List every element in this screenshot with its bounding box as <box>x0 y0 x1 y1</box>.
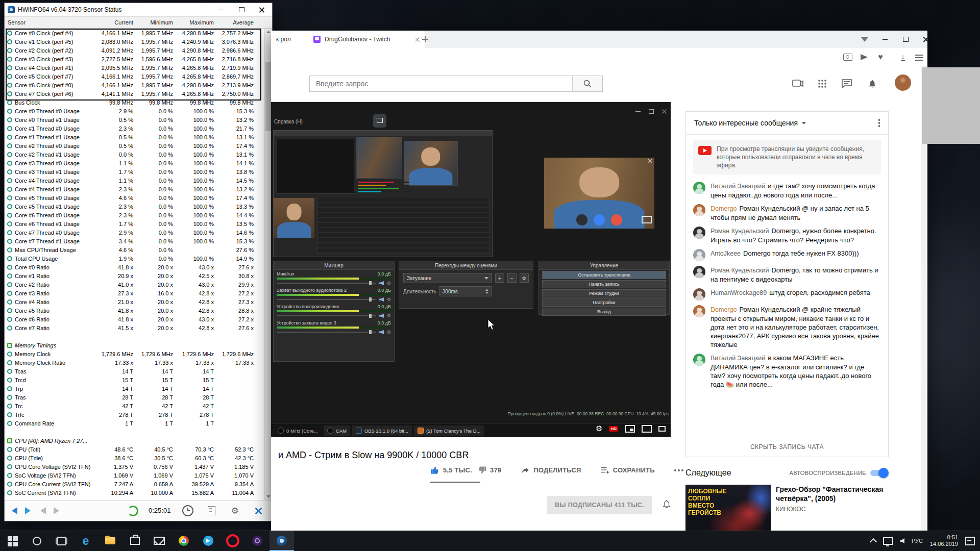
language-indicator[interactable]: РУС <box>912 538 923 544</box>
sensor-row[interactable]: Core #6 Clock (perf #0) 4,166.1 MHz 1,99… <box>5 81 265 89</box>
player-settings-icon[interactable]: ⚙ <box>596 424 602 433</box>
obs-control-button[interactable]: Начать запись <box>542 280 666 288</box>
speaker-icon[interactable] <box>379 330 384 334</box>
sensor-row[interactable] <box>5 332 265 341</box>
sensor-row[interactable]: Command Rate 1 T 1 T 1 T <box>5 419 265 428</box>
chat-message[interactable]: DomergoРоман Кундельский @ крайне тяжелы… <box>693 305 881 349</box>
sensor-row[interactable]: Core #1 Ratio 20.9 x 20.0 x 42.5 x 30.8 … <box>5 271 265 280</box>
subscription-bell-icon[interactable] <box>662 499 671 511</box>
taskbar-store-button[interactable] <box>122 531 147 551</box>
sensor-row[interactable]: Trc 42 T 42 T 42 T <box>5 402 265 410</box>
maximize-button[interactable] <box>895 31 916 48</box>
column-current[interactable]: Current <box>99 19 136 26</box>
sensor-row[interactable]: Trfc 278 T 278 T 278 T <box>5 410 265 419</box>
transition-select[interactable]: Затухание <box>403 273 492 283</box>
history-back-button[interactable] <box>36 504 50 517</box>
sensor-row[interactable]: CPU (Tdie) 38.6 °C 30.5 °C 60.3 °C 42.3 … <box>5 454 265 462</box>
sensor-row[interactable]: Memory Timings <box>5 341 265 349</box>
sensor-row[interactable]: Memory Clock 1,729.6 MHz 1,729.6 MHz 1,7… <box>5 349 265 358</box>
sensor-row[interactable]: Core #5 Clock (perf #7) 4,166.1 MHz 1,99… <box>5 72 265 81</box>
network-icon[interactable] <box>883 537 893 545</box>
sensor-row[interactable]: Trp 14 T 14 T 14 T <box>5 384 265 393</box>
volume-slider[interactable] <box>277 299 376 300</box>
sensor-row[interactable]: Core #2 Ratio 41.0 x 20.0 x 43.0 x 29.9 … <box>5 280 265 289</box>
theater-mode-icon[interactable] <box>642 425 652 433</box>
taskbar-start-button[interactable] <box>0 531 24 551</box>
duration-spinner[interactable]: 300ms <box>439 286 492 296</box>
share-button[interactable]: ПОДЕЛИТЬСЯ <box>521 466 581 474</box>
more-actions-icon[interactable] <box>674 469 676 471</box>
sensor-row[interactable]: Core #7 Ratio 41.5 x 20.0 x 42.8 x 27.6 … <box>5 323 265 332</box>
sensor-row[interactable]: Core #6 Thread #0 Usage 2.3 % 0.0 % 100.… <box>5 211 265 219</box>
clock-button[interactable] <box>181 504 194 517</box>
volume-slider[interactable] <box>277 332 376 333</box>
bookmark-heart-icon[interactable]: ♥ <box>875 52 886 62</box>
sensor-table-header[interactable]: Sensor Current Minimum Maximum Average <box>5 17 272 29</box>
maximize-button[interactable] <box>231 3 252 16</box>
search-input[interactable] <box>310 80 572 88</box>
go-live-icon[interactable] <box>792 78 804 90</box>
fullscreen-icon[interactable] <box>658 426 666 432</box>
sensor-row[interactable]: Core #5 Thread #1 Usage 2.3 % 0.0 % 100.… <box>5 202 265 211</box>
sensor-row[interactable]: Core #4 Thread #1 Usage 2.3 % 0.0 % 100.… <box>5 185 265 193</box>
downloads-icon[interactable]: ↓ <box>898 52 908 62</box>
apps-grid-icon[interactable] <box>816 78 828 90</box>
tab-close-icon[interactable] <box>415 37 420 42</box>
sensor-row[interactable]: Memory Clock Ratio 17.33 x 17.33 x 17.33… <box>5 358 265 367</box>
video-thumbnail[interactable]: ЛЮБОВНЫЕ СОПЛИ ВМЕСТО ГЕРОЙСТВ <box>685 485 771 533</box>
dislike-button[interactable]: 379 <box>477 465 501 475</box>
remove-transition-button[interactable]: − <box>507 273 517 283</box>
sensor-row[interactable]: Core #3 Thread #1 Usage 1.7 % 0.0 % 100.… <box>5 167 265 176</box>
video-player[interactable]: Справка (Н) Мик <box>271 102 671 437</box>
sensor-row[interactable]: Core #0 Thread #1 Usage 0.5 % 0.0 % 100.… <box>5 115 265 124</box>
sensor-row[interactable]: Core #6 Ratio 41.8 x 20.0 x 43.0 x 27.2 … <box>5 315 265 323</box>
speaker-icon[interactable] <box>379 297 384 302</box>
sensor-row[interactable]: Total CPU Usage 1.9 % 0.0 % 100.0 % 14.9… <box>5 254 265 263</box>
sensor-row[interactable]: Tcas 14 T 14 T 14 T <box>5 367 265 375</box>
tab-twitch[interactable]: DrugGolubanov - Twitch <box>308 31 425 48</box>
search-button[interactable] <box>572 76 602 91</box>
speaker-icon[interactable] <box>379 314 384 318</box>
taskbar-mail-button[interactable] <box>147 531 172 551</box>
sensor-row[interactable]: CPU (Tctl) 48.6 °C 40.5 °C 70.3 °C 52.3 … <box>5 445 265 454</box>
sensor-row[interactable]: Core #7 Clock (perf #6) 4,141.1 MHz 1,99… <box>5 89 265 98</box>
taskbar-edge-button[interactable]: e <box>74 531 98 551</box>
profile-back-button[interactable] <box>8 504 21 517</box>
channel-settings-icon[interactable]: ⚙ <box>387 297 391 302</box>
sensor-row[interactable]: SoC Voltage (SVI2 TFN) 1.069 V 1.069 V 1… <box>5 471 265 480</box>
sensor-row[interactable]: Core #0 Thread #0 Usage 2.9 % 0.0 % 100.… <box>5 107 265 115</box>
sensor-row[interactable]: Core #7 Thread #1 Usage 3.4 % 0.0 % 100.… <box>5 237 265 245</box>
sensor-row[interactable]: CPU [#0]: AMD Ryzen 7 27... <box>5 436 265 445</box>
sensor-row[interactable] <box>5 428 265 436</box>
hwinfo-titlebar[interactable]: HWiNFO64 v6.04-3720 Sensor Status <box>5 3 272 17</box>
sensor-row[interactable]: Core #7 Thread #0 Usage 2.9 % 0.0 % 100.… <box>5 228 265 237</box>
chat-menu-icon[interactable] <box>878 119 880 121</box>
column-maximum[interactable]: Maximum <box>176 19 217 26</box>
page-scrollbar[interactable] <box>921 66 926 531</box>
obs-control-button[interactable]: Остановить трансляцию <box>542 271 666 279</box>
close-sensors-button[interactable] <box>252 504 265 517</box>
chat-message[interactable]: AntoJkeeeDomergo тогда тебе нужен FX 830… <box>693 249 881 261</box>
taskbar-tor-browser-button[interactable] <box>245 531 270 551</box>
new-tab-button[interactable] <box>420 34 430 44</box>
taskbar-hwinfo-button[interactable] <box>270 531 294 551</box>
sensor-row[interactable]: Core #0 Ratio 41.8 x 20.0 x 43.0 x 27.6 … <box>5 263 265 271</box>
column-average[interactable]: Average <box>217 19 257 26</box>
minimize-button[interactable] <box>875 31 895 48</box>
close-button[interactable] <box>916 31 936 48</box>
chat-message[interactable]: Виталий Завацкийи где там? хочу помсмотр… <box>693 182 881 199</box>
chat-message[interactable]: Виталий Завацкийв каком МАГАЗИНЕ есть ДИ… <box>693 354 881 389</box>
sensor-row[interactable]: Core #0 Clock (perf #4) 4,166.1 MHz 1,99… <box>5 29 265 37</box>
taskbar-search-button[interactable] <box>24 531 49 551</box>
column-sensor[interactable]: Sensor <box>5 19 99 26</box>
sensor-row[interactable]: Core #5 Ratio 41.8 x 20.0 x 42.8 x 28.8 … <box>5 306 265 315</box>
history-forward-button[interactable] <box>50 504 63 517</box>
taskbar-opera-button[interactable] <box>220 531 245 551</box>
volume-slider[interactable] <box>277 283 376 284</box>
sensor-row[interactable]: Core #3 Thread #0 Usage 1.1 % 0.0 % 100.… <box>5 159 265 167</box>
sensor-row[interactable]: SoC Current (SVI2 TFN) 10.294 A 10.000 A… <box>5 488 265 497</box>
sensor-row[interactable]: Bus Clock 99.8 MHz 99.8 MHz 99.8 MHz 99.… <box>5 98 265 107</box>
sensor-row[interactable]: Core #4 Thread #0 Usage 1.1 % 0.0 % 100.… <box>5 176 265 185</box>
notifications-bell-icon[interactable] <box>866 78 878 90</box>
spinner-arrows-icon[interactable] <box>485 289 488 294</box>
